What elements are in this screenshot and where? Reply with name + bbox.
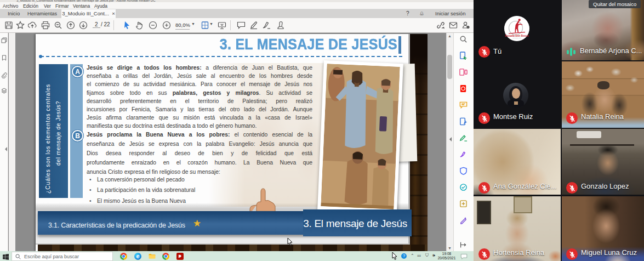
svg-text:Escuela Don Bosco: Escuela Don Bosco — [505, 35, 529, 37]
svg-text:de tiempo libre: de tiempo libre — [512, 37, 521, 39]
